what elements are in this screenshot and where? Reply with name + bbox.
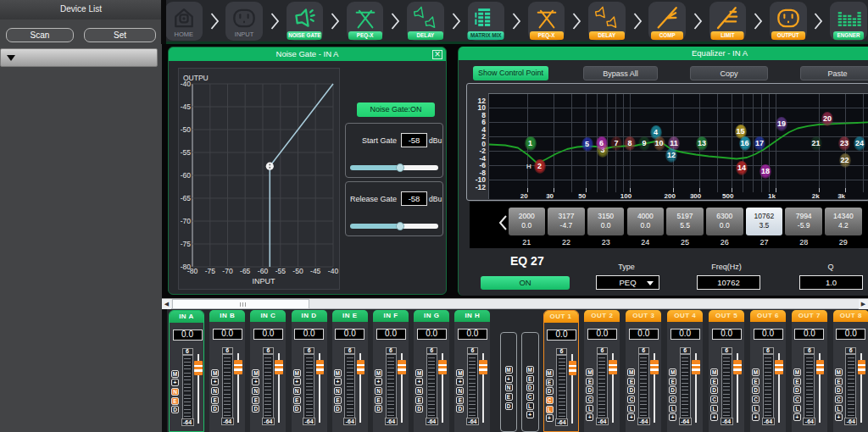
svg-text:-12: -12 [476,183,487,191]
svg-text:3k: 3k [837,192,845,200]
svg-text:-40: -40 [181,80,192,88]
svg-text:-70: -70 [222,267,233,275]
svg-text:-65: -65 [240,267,251,275]
svg-text:-40: -40 [328,267,339,275]
svg-text:-65: -65 [181,194,192,202]
svg-text:30: 30 [546,192,554,200]
svg-text:200: 200 [665,192,676,200]
svg-text:-60: -60 [258,267,269,275]
svg-text:-50: -50 [181,125,192,134]
svg-text:50: 50 [578,192,586,200]
svg-text:-80: -80 [187,267,198,275]
svg-text:300: 300 [690,192,702,200]
svg-text:20: 20 [520,192,528,200]
svg-text:-55: -55 [275,267,287,275]
svg-text:-45: -45 [310,267,321,275]
svg-text:-45: -45 [181,102,192,111]
svg-text:2k: 2k [812,192,820,200]
svg-text:-60: -60 [181,171,192,180]
svg-text:INPUT: INPUT [253,277,276,285]
svg-text:100: 100 [620,192,632,200]
svg-text:-75: -75 [205,267,216,275]
svg-text:-70: -70 [181,217,192,225]
svg-text:-55: -55 [181,148,192,157]
svg-text:-75: -75 [181,240,192,248]
svg-text:500: 500 [722,192,734,200]
svg-text:-50: -50 [292,267,303,275]
svg-text:1k: 1k [768,192,776,200]
